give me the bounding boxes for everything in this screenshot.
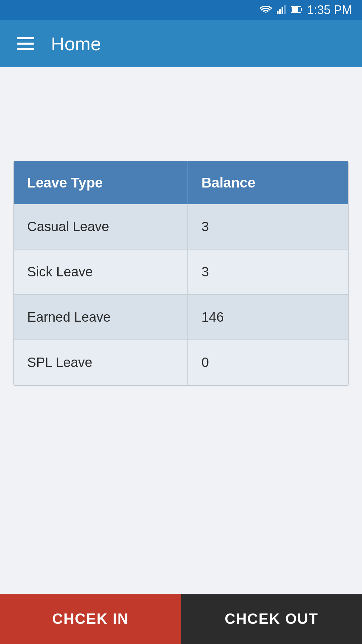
header-balance: Balance: [188, 161, 348, 204]
signal-icon: [277, 4, 286, 16]
page-title: Home: [51, 33, 101, 55]
cell-balance: 0: [188, 340, 348, 385]
cell-balance: 146: [188, 294, 348, 340]
cell-leave-type: Earned Leave: [14, 294, 188, 340]
svg-rect-2: [282, 7, 283, 14]
bottom-buttons: CHCEK IN CHCEK OUT: [0, 594, 362, 644]
status-time: 1:35 PM: [307, 3, 352, 17]
checkout-button[interactable]: CHCEK OUT: [181, 594, 362, 644]
table-row: Sick Leave3: [14, 249, 348, 294]
table-row: Earned Leave146: [14, 294, 348, 340]
hamburger-line-1: [17, 37, 34, 39]
svg-rect-0: [277, 11, 279, 14]
leave-table: Leave Type Balance Casual Leave3Sick Lea…: [14, 161, 348, 385]
cell-leave-type: Casual Leave: [14, 204, 188, 249]
table-body: Casual Leave3Sick Leave3Earned Leave146S…: [14, 204, 348, 385]
cell-leave-type: Sick Leave: [14, 249, 188, 294]
checkin-button[interactable]: CHCEK IN: [0, 594, 181, 644]
leave-table-container: Leave Type Balance Casual Leave3Sick Lea…: [13, 161, 349, 386]
svg-rect-5: [292, 7, 298, 12]
status-bar: 1:35 PM: [0, 0, 362, 20]
svg-rect-1: [279, 9, 281, 14]
menu-button[interactable]: [13, 34, 38, 53]
main-content: Leave Type Balance Casual Leave3Sick Lea…: [0, 67, 362, 644]
cell-balance: 3: [188, 249, 348, 294]
app-bar: Home: [0, 20, 362, 67]
table-row: SPL Leave0: [14, 340, 348, 385]
svg-rect-3: [284, 5, 286, 14]
cell-balance: 3: [188, 204, 348, 249]
table-header-row: Leave Type Balance: [14, 161, 348, 204]
status-icons: 1:35 PM: [259, 3, 352, 17]
cell-leave-type: SPL Leave: [14, 340, 188, 385]
header-leave-type: Leave Type: [14, 161, 188, 204]
battery-icon: [291, 5, 302, 15]
svg-rect-6: [301, 8, 302, 11]
hamburger-line-3: [17, 48, 34, 50]
wifi-icon: [259, 4, 272, 16]
hamburger-line-2: [17, 43, 34, 45]
table-row: Casual Leave3: [14, 204, 348, 249]
top-spacer: [13, 80, 349, 161]
